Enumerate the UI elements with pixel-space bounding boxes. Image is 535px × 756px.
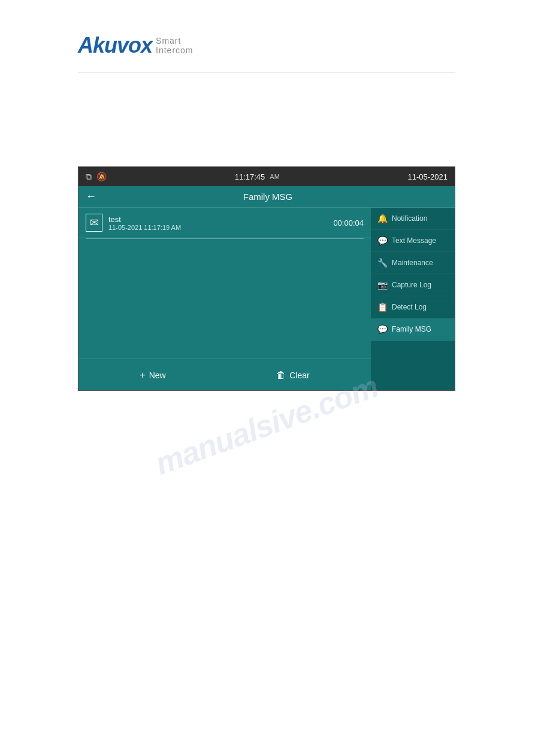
logo-brand: Akuvox bbox=[78, 33, 152, 58]
menu-item-capture-log[interactable]: 📷 Capture Log bbox=[371, 274, 455, 296]
status-icon-2: 🔕 bbox=[96, 172, 107, 181]
detect-log-label: Detect Log bbox=[392, 303, 427, 311]
detect-log-icon: 📋 bbox=[377, 302, 388, 312]
status-icon-1: ⧉ bbox=[86, 172, 92, 182]
maintenance-icon: 🔧 bbox=[377, 258, 388, 268]
new-icon: + bbox=[140, 370, 145, 381]
notification-label: Notification bbox=[392, 214, 427, 223]
status-time: 11:17:45 bbox=[235, 172, 265, 181]
text-message-label: Text Message bbox=[392, 236, 436, 245]
page-title: Family MSG bbox=[102, 192, 433, 202]
message-duration: 00:00:04 bbox=[333, 218, 364, 227]
back-button[interactable]: ← bbox=[86, 190, 96, 203]
logo-tagline: Smart Intercom bbox=[156, 36, 193, 55]
maintenance-label: Maintenance bbox=[392, 259, 433, 267]
logo-intercom: Intercom bbox=[156, 45, 193, 55]
status-date: 11-05-2021 bbox=[407, 172, 448, 181]
status-icons: ⧉ 🔕 bbox=[86, 172, 107, 182]
status-ampm: AM bbox=[270, 173, 280, 180]
menu-item-maintenance[interactable]: 🔧 Maintenance bbox=[371, 252, 455, 274]
notification-icon: 🔔 bbox=[377, 214, 388, 223]
message-item[interactable]: ✉ test 11-05-2021 11:17:19 AM 00:00:04 bbox=[78, 208, 371, 238]
menu-item-text-message[interactable]: 💬 Text Message bbox=[371, 230, 455, 252]
message-icon: ✉ bbox=[86, 214, 102, 232]
menu-item-family-msg[interactable]: 💬 Family MSG bbox=[371, 318, 455, 341]
logo-area: Akuvox Smart Intercom bbox=[78, 33, 194, 58]
capture-log-icon: 📷 bbox=[377, 280, 388, 290]
bottom-bar: + New 🗑 Clear bbox=[78, 359, 371, 391]
clear-button[interactable]: 🗑 Clear bbox=[267, 366, 319, 384]
menu-item-detect-log[interactable]: 📋 Detect Log bbox=[371, 296, 455, 318]
left-panel: ✉ test 11-05-2021 11:17:19 AM 00:00:04 +… bbox=[78, 208, 371, 391]
title-bar: ← Family MSG bbox=[78, 186, 455, 208]
new-button[interactable]: + New bbox=[130, 366, 175, 384]
logo-smart: Smart bbox=[156, 36, 193, 45]
text-message-icon: 💬 bbox=[377, 236, 388, 245]
logo-divider bbox=[78, 72, 455, 72]
device-screen: ⧉ 🔕 11:17:45 AM 11-05-2021 ← Family MSG … bbox=[78, 166, 455, 391]
message-date: 11-05-2021 11:17:19 AM bbox=[108, 224, 327, 231]
menu-item-notification[interactable]: 🔔 Notification bbox=[371, 208, 455, 230]
new-label: New bbox=[149, 371, 166, 380]
family-msg-label: Family MSG bbox=[392, 325, 431, 333]
clear-icon: 🗑 bbox=[276, 370, 286, 381]
status-time-area: 11:17:45 AM bbox=[235, 172, 280, 181]
clear-label: Clear bbox=[289, 371, 309, 380]
right-panel: 🔔 Notification 💬 Text Message 🔧 Maintena… bbox=[371, 208, 455, 391]
main-content: ✉ test 11-05-2021 11:17:19 AM 00:00:04 +… bbox=[78, 208, 455, 391]
family-msg-icon: 💬 bbox=[377, 324, 388, 334]
capture-log-label: Capture Log bbox=[392, 281, 431, 289]
status-bar: ⧉ 🔕 11:17:45 AM 11-05-2021 bbox=[78, 167, 455, 186]
message-divider bbox=[86, 238, 364, 239]
message-name: test bbox=[108, 215, 327, 224]
message-info: test 11-05-2021 11:17:19 AM bbox=[108, 215, 327, 231]
